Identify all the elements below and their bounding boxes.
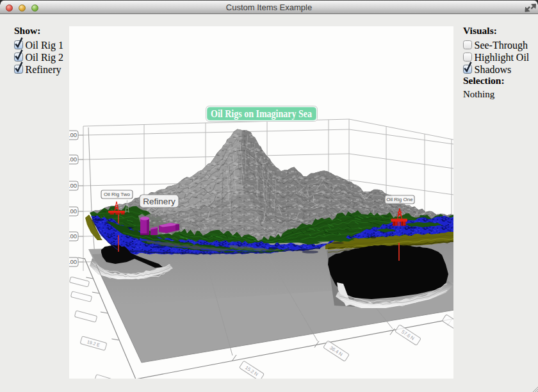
- svg-text:Oil Rigs on Imaginary Sea: Oil Rigs on Imaginary Sea: [211, 108, 312, 120]
- svg-text:0.00: 0.00: [69, 131, 77, 138]
- svg-text:0.00: 0.00: [69, 233, 77, 240]
- svg-text:Oil Rig Two: Oil Rig Two: [104, 192, 130, 197]
- svg-text:0.00: 0.00: [69, 156, 77, 163]
- svg-text:0.00: 0.00: [69, 182, 77, 189]
- svg-text:0.00: 0.00: [69, 258, 77, 265]
- svg-text:Oil Rig One: Oil Rig One: [386, 197, 413, 202]
- svg-text:0.00: 0.00: [69, 208, 77, 215]
- svg-text:Refinery: Refinery: [143, 197, 175, 206]
